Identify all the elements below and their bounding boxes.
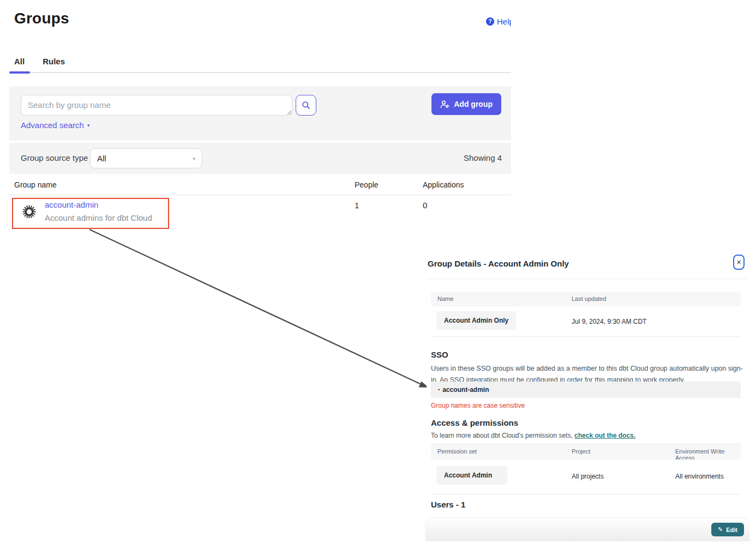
pencil-icon: ✎ xyxy=(718,526,723,533)
chevron-down-icon: ▾ xyxy=(193,156,195,161)
table-row[interactable]: account-admin Account admins for dbt Clo… xyxy=(9,195,511,229)
tab-bar: All Rules xyxy=(14,57,65,66)
permissions-table: Permission set Project Environment Write… xyxy=(431,444,741,494)
search-icon xyxy=(302,101,310,110)
permissions-table-header: Permission set Project Environment Write… xyxy=(431,444,741,460)
sso-group-name: account-admin xyxy=(442,386,489,394)
selected-source-type: All xyxy=(97,154,106,163)
sso-group-list-item: • account-admin xyxy=(431,382,741,398)
column-header-last-updated: Last updated xyxy=(572,295,607,302)
column-header-name: Name xyxy=(437,295,453,302)
name-table-row: Account Admin Only Jul 9, 2024, 9:30 AM … xyxy=(431,306,741,337)
details-title: Group Details - Account Admin Only xyxy=(428,259,569,268)
environment-value: All environments xyxy=(675,473,724,480)
group-source-type-label: Group source type xyxy=(21,153,88,162)
details-header-divider xyxy=(427,279,748,279)
search-panel: Advanced search ▾ Add group xyxy=(9,86,511,141)
help-icon: ? xyxy=(486,17,494,26)
permissions-table-row: Account Admin All projects All environme… xyxy=(431,460,741,494)
groups-table-header: Group name People Applications xyxy=(9,177,511,195)
group-sunburst-icon xyxy=(22,204,37,219)
access-permissions-heading: Access & permissions xyxy=(431,418,518,427)
tab-all[interactable]: All xyxy=(14,57,25,66)
group-name-link[interactable]: account-admin xyxy=(45,200,98,209)
filter-bar: Group source type All ▾ Showing 4 xyxy=(9,143,511,174)
help-label: Help xyxy=(497,17,511,26)
search-input[interactable] xyxy=(21,95,292,116)
add-group-label: Add group xyxy=(454,100,493,108)
advanced-search-toggle[interactable]: Advanced search ▾ xyxy=(21,120,89,130)
tab-underline-track-line xyxy=(9,72,511,73)
group-name-chip: Account Admin Only xyxy=(436,311,516,330)
details-footer: ✎ Edit xyxy=(425,518,749,541)
groups-table: Group name People Applications account-a… xyxy=(9,177,511,229)
access-intro-text: To learn more about dbt Cloud's permissi… xyxy=(431,432,574,439)
tab-rules[interactable]: Rules xyxy=(43,57,65,66)
edit-button[interactable]: ✎ Edit xyxy=(711,523,744,536)
column-header-people: People xyxy=(355,180,379,189)
name-table: Name Last updated Account Admin Only Jul… xyxy=(431,292,741,337)
column-header-applications: Applications xyxy=(423,180,464,189)
group-details-panel: Group Details - Account Admin Only ✕ Nam… xyxy=(427,253,748,550)
showing-count: Showing 4 xyxy=(464,153,502,162)
column-header-permission-set: Permission set xyxy=(437,448,477,455)
groups-admin-page: Groups ? Help All Rules Advanced search … xyxy=(0,0,756,550)
group-applications-count: 0 xyxy=(423,201,427,210)
tab-active-indicator xyxy=(9,71,30,74)
tab-underline xyxy=(9,71,511,74)
group-people-count: 1 xyxy=(355,201,359,210)
column-header-group-name: Group name xyxy=(14,180,57,189)
access-intro: To learn more about dbt Cloud's permissi… xyxy=(431,432,635,439)
group-description: Account admins for dbt Cloud xyxy=(45,213,152,222)
project-value: All projects xyxy=(572,473,604,480)
last-updated-value: Jul 9, 2024, 9:30 AM CDT xyxy=(572,318,646,325)
name-table-header: Name Last updated xyxy=(431,292,741,306)
bullet-icon: • xyxy=(438,387,440,392)
advanced-search-label: Advanced search xyxy=(21,120,84,130)
chevron-down-icon: ▾ xyxy=(87,123,90,128)
permission-set-chip: Account Admin xyxy=(436,466,507,485)
edit-label: Edit xyxy=(726,527,737,533)
column-header-project: Project xyxy=(572,448,590,455)
docs-link[interactable]: check out the docs. xyxy=(574,432,635,439)
group-source-type-select[interactable]: All ▾ xyxy=(90,148,202,168)
close-icon[interactable]: ✕ xyxy=(733,255,745,270)
users-heading: Users - 1 xyxy=(431,500,465,509)
user-plus-icon xyxy=(440,100,449,108)
page-title: Groups xyxy=(14,10,69,27)
case-sensitive-warning: Group names are case sensitive xyxy=(431,402,525,409)
help-link[interactable]: ? Help xyxy=(486,17,511,26)
sso-heading: SSO xyxy=(431,350,448,359)
search-button[interactable] xyxy=(296,95,316,116)
add-group-button[interactable]: Add group xyxy=(431,93,501,115)
